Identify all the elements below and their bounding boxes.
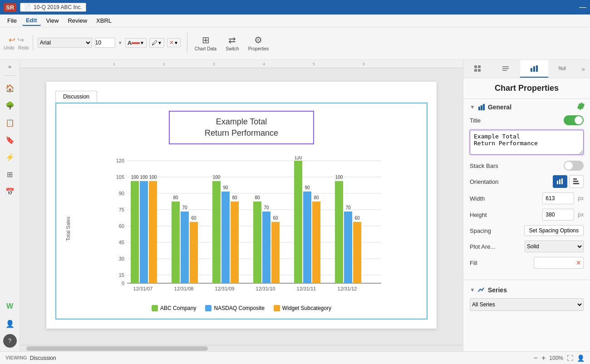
undo-btn[interactable]: ↩	[9, 35, 15, 45]
sidebar-w-icon[interactable]: W	[3, 300, 17, 313]
sidebar-grid-icon[interactable]: ⊞	[3, 167, 17, 181]
clear-chevron[interactable]: ▼	[174, 40, 178, 45]
left-sidebar: » 🏠 🌳 📋 🔖 ⚡ ⊞ 📅 W 👤 ?	[0, 60, 20, 351]
zoom-in-btn[interactable]: +	[541, 354, 546, 362]
right-panel-expand-btn[interactable]: »	[576, 65, 590, 73]
zoom-out-btn[interactable]: −	[534, 354, 538, 362]
series-chevron: ▼	[470, 287, 475, 293]
font-size-input[interactable]	[95, 38, 115, 48]
font-color-icon: A	[128, 39, 132, 46]
spacing-btn[interactable]: Set Spacing Options	[524, 225, 584, 236]
legend-label-widget: Widget Subcategory	[282, 305, 331, 311]
menu-xbrl[interactable]: XBRL	[93, 16, 115, 25]
svg-rect-52	[478, 107, 480, 110]
page: Discussion Example TotalReturn Performan…	[46, 82, 437, 329]
svg-text:70: 70	[182, 205, 187, 210]
legend-nasdaq: NASDAQ Composite	[205, 305, 264, 311]
orient-horizontal-btn[interactable]	[569, 175, 584, 188]
height-input[interactable]	[542, 209, 574, 221]
bar	[344, 212, 352, 283]
undo-redo-group[interactable]: ↩ ↪ Undo Redo	[4, 35, 33, 50]
app-badge: SR	[4, 3, 16, 12]
zoom-expand-btn[interactable]: ⛶	[567, 354, 573, 362]
tab-discussion[interactable]: Discussion	[55, 91, 97, 103]
right-tab-text[interactable]	[492, 60, 520, 78]
fill-label: Fill	[470, 260, 534, 266]
font-size-dropdown[interactable]: ▼	[118, 40, 123, 45]
gear-icon-panel[interactable]	[576, 102, 585, 112]
sidebar-help-icon[interactable]: ?	[3, 334, 17, 348]
right-panel: %# » Chart Properties ▼ General Title	[463, 60, 590, 351]
redo-btn[interactable]: ↪	[17, 35, 24, 45]
title-textarea[interactable]: Example Total Return Performance	[470, 130, 584, 155]
sidebar-calendar-icon[interactable]: 📅	[3, 185, 17, 198]
sidebar-divider	[5, 75, 15, 76]
bold-btn[interactable]: B	[588, 39, 590, 49]
fill-clear-btn[interactable]: ✕	[576, 259, 581, 266]
height-label: Height	[470, 212, 542, 218]
right-tab-layout[interactable]	[463, 60, 492, 78]
h-scrollbar-thumb[interactable]	[26, 346, 208, 351]
properties-label: Properties	[248, 46, 269, 51]
title-toggle[interactable]	[564, 115, 584, 125]
svg-text:90: 90	[223, 185, 228, 190]
sidebar-home-icon[interactable]: 🏠	[3, 81, 17, 95]
height-row: Height px	[470, 209, 584, 221]
properties-btn[interactable]: ⚙ Properties	[245, 33, 273, 53]
bar	[181, 212, 189, 283]
general-section-header[interactable]: ▼ General	[470, 103, 584, 111]
sidebar-user-icon[interactable]: 👤	[3, 317, 17, 330]
switch-btn[interactable]: ⇄ Switch	[222, 33, 242, 53]
h-scrollbar[interactable]	[20, 345, 463, 351]
highlight-chevron[interactable]: ▼	[157, 40, 162, 45]
sidebar-tree-icon[interactable]: 🌳	[3, 98, 17, 112]
series-section-header[interactable]: ▼ Series	[470, 286, 584, 294]
font-color-chevron[interactable]: ▼	[140, 40, 144, 45]
bar	[140, 181, 148, 283]
sidebar-expand-btn[interactable]: »	[8, 64, 11, 70]
ruler-1: 1	[113, 62, 115, 66]
sidebar-layers-icon[interactable]: 📋	[3, 116, 17, 129]
svg-rect-54	[483, 104, 485, 110]
general-chevron: ▼	[470, 104, 475, 110]
legend-label-nasdaq: NASDAQ Composite	[214, 305, 264, 311]
orientation-row: Orientation	[470, 175, 584, 188]
menu-file[interactable]: File	[4, 16, 20, 25]
spacing-row: Spacing Set Spacing Options	[470, 225, 584, 236]
user-icon-bottom[interactable]: 👤	[577, 354, 585, 362]
svg-text:12/31/09: 12/31/09	[215, 286, 235, 291]
ruler-2: 2	[163, 62, 165, 66]
highlight-btn[interactable]: 🖊 ▼	[149, 38, 164, 48]
plot-area-select[interactable]: Solid	[525, 241, 584, 252]
title-toggle-container	[564, 115, 584, 125]
sidebar-bookmark-icon[interactable]: 🔖	[3, 133, 17, 147]
right-tab-data[interactable]: %#	[548, 60, 576, 78]
legend-swatch-widget	[274, 305, 280, 311]
undo-label: Undo	[4, 45, 15, 50]
orient-vertical-btn[interactable]	[553, 175, 567, 188]
panel-divider	[463, 280, 590, 280]
chart-legend: ABC Company NASDAQ Composite Widget Subc…	[64, 305, 419, 311]
minimize-btn[interactable]: —	[579, 3, 586, 11]
font-color-btn[interactable]: A ▼	[125, 38, 147, 48]
svg-text:12/31/12: 12/31/12	[338, 286, 357, 291]
height-value-container: px	[542, 209, 584, 221]
menu-edit[interactable]: Edit	[22, 15, 41, 26]
svg-text:80: 80	[173, 195, 178, 200]
menu-view[interactable]: View	[43, 16, 63, 25]
stack-bars-toggle[interactable]	[564, 161, 584, 171]
bar	[294, 161, 302, 283]
width-label: Width	[470, 195, 542, 202]
width-input[interactable]	[542, 192, 574, 204]
svg-rect-53	[481, 105, 482, 110]
fill-row: Fill ✕	[470, 257, 584, 269]
right-tab-chart[interactable]	[520, 60, 548, 78]
series-select[interactable]: All Series	[470, 298, 584, 311]
font-family-select[interactable]: Arial	[38, 38, 92, 48]
menu-review[interactable]: Review	[64, 16, 91, 25]
sidebar-bolt-icon[interactable]: ⚡	[3, 150, 17, 164]
chart-data-btn[interactable]: ⊞ Chart Data	[191, 33, 220, 53]
clear-btn[interactable]: ✕ ▼	[167, 38, 181, 47]
bar	[190, 222, 198, 283]
doc-title: 📄 10-Q 2019 ABC Inc.	[20, 3, 86, 12]
